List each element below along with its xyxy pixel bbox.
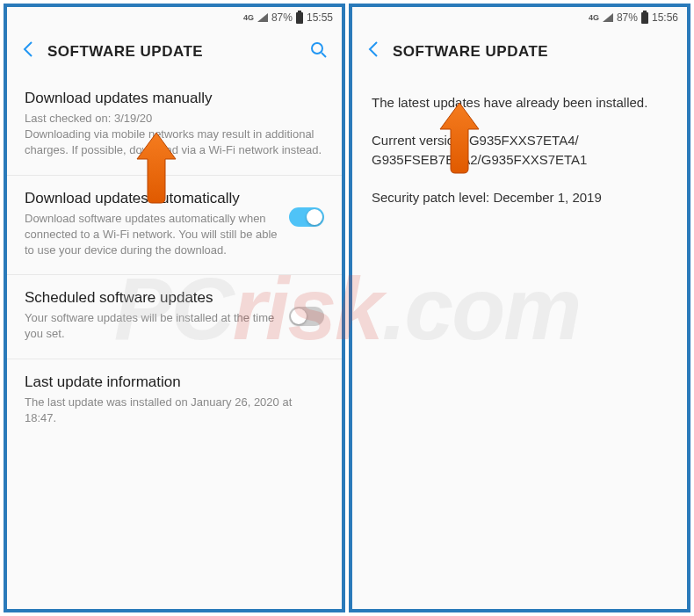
battery-icon	[296, 12, 303, 24]
network-indicator: 4G	[243, 13, 254, 22]
download-manual-title: Download updates manually	[25, 90, 324, 107]
last-update-row[interactable]: Last update information The last update …	[7, 359, 342, 442]
security-patch-level: Security patch level: December 1, 2019	[372, 188, 668, 208]
battery-percent: 87%	[271, 11, 293, 24]
battery-icon	[641, 12, 648, 24]
clock-time: 15:55	[307, 11, 333, 24]
version-line2: G935FSEB7ETA2/G935FXXS7ETA1	[372, 152, 587, 167]
settings-list: Download updates manually Last checked o…	[7, 76, 342, 609]
back-icon[interactable]	[366, 40, 379, 63]
phone-left: 4G 87% 15:55 SOFTWARE UPDATE Download up…	[4, 4, 345, 612]
svg-line-1	[322, 53, 326, 57]
last-update-desc: The last update was installed on January…	[25, 395, 324, 426]
scheduled-title: Scheduled software updates	[25, 289, 278, 307]
signal-icon	[603, 13, 613, 22]
clock-time: 15:56	[652, 11, 678, 24]
scheduled-updates-row[interactable]: Scheduled software updates Your software…	[7, 275, 342, 359]
phone-right: 4G 87% 15:56 SOFTWARE UPDATE The latest …	[349, 4, 690, 612]
download-auto-title: Download updates automatically	[25, 190, 278, 207]
update-status-message: The latest updates have already been ins…	[372, 93, 668, 113]
status-bar-right: 4G 87% 15:56	[352, 7, 687, 28]
download-auto-desc: Download software updates automatically …	[25, 211, 278, 259]
header-right: SOFTWARE UPDATE	[352, 28, 687, 76]
download-manual-row[interactable]: Download updates manually Last checked o…	[7, 76, 342, 176]
svg-point-0	[312, 43, 322, 54]
version-info: Current version: G935FXXS7ETA4/ G935FSEB…	[372, 131, 668, 170]
back-icon[interactable]	[21, 40, 33, 63]
page-title: SOFTWARE UPDATE	[393, 43, 673, 61]
scheduled-toggle[interactable]	[289, 307, 324, 326]
search-icon[interactable]	[310, 41, 328, 62]
header-left: SOFTWARE UPDATE	[7, 28, 342, 76]
download-auto-toggle[interactable]	[289, 207, 324, 227]
status-bar-left: 4G 87% 15:55	[7, 7, 342, 28]
network-indicator: 4G	[589, 13, 599, 22]
download-manual-desc: Last checked on: 3/19/20 Downloading via…	[25, 111, 324, 159]
version-label: Current version:	[372, 133, 466, 148]
signal-icon	[257, 13, 268, 22]
download-auto-row[interactable]: Download updates automatically Download …	[7, 176, 342, 276]
battery-percent: 87%	[617, 11, 638, 24]
version-line1: G935FXXS7ETA4/	[469, 133, 579, 148]
last-update-title: Last update information	[25, 373, 324, 391]
scheduled-desc: Your software updates will be installed …	[25, 310, 278, 342]
page-title: SOFTWARE UPDATE	[47, 43, 296, 61]
update-info-content: The latest updates have already been ins…	[352, 76, 687, 225]
